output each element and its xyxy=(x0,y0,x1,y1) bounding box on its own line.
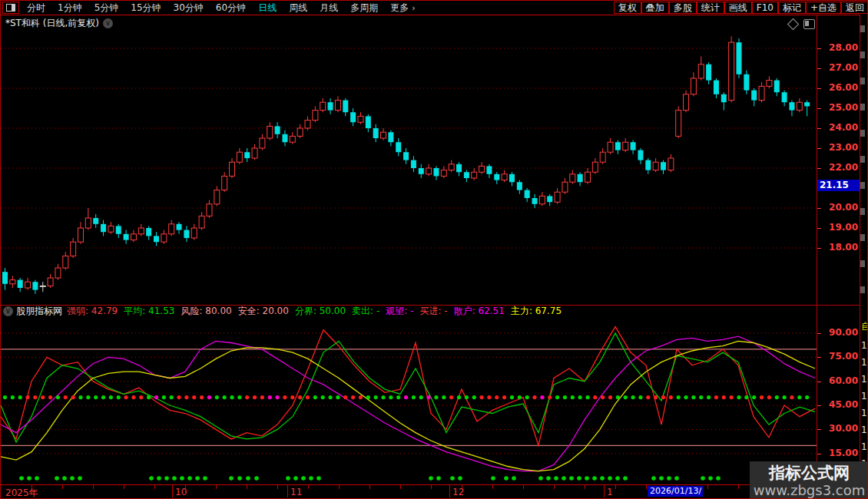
month-boundary xyxy=(604,485,605,497)
cropped-glyph xyxy=(860,234,865,241)
price-tick-label: 20.00 xyxy=(829,202,858,213)
price-tick-label: 19.00 xyxy=(829,222,858,233)
tab-1分钟[interactable]: 1分钟 xyxy=(51,2,88,15)
stat-分界: 分界: 50.00 xyxy=(295,306,346,316)
cropped-digit: 1 xyxy=(861,357,867,368)
tab-15分钟[interactable]: 15分钟 xyxy=(124,2,167,15)
collapse-icon[interactable]: ∨ xyxy=(3,306,13,316)
time-label: 2025年 xyxy=(5,487,38,499)
stat-买进: 买进: - xyxy=(419,306,447,316)
time-tick xyxy=(615,485,616,489)
selected-date-badge: 2026/01/13/二 xyxy=(648,486,703,497)
time-tick xyxy=(247,485,247,489)
time-tick xyxy=(62,485,63,489)
indicator-tick-label: 45.00 xyxy=(829,399,858,410)
time-tick xyxy=(154,485,155,489)
timeframe-tabs: 分时1分钟5分钟15分钟30分钟60分钟日线周线月线多周期更多› xyxy=(21,1,416,15)
cropped-glyph xyxy=(860,182,865,189)
chevron-down-icon[interactable]: ∨ xyxy=(103,18,113,28)
time-label: 10 xyxy=(175,487,187,497)
top-toolbar: 分时1分钟5分钟15分钟30分钟60分钟日线周线月线多周期更多› 复权叠加多股统… xyxy=(1,1,868,15)
page-title: *ST和科 (日线,前复权) xyxy=(5,17,99,30)
current-price-badge: 21.15 xyxy=(817,180,862,191)
indicator-tick xyxy=(817,333,821,334)
time-tick xyxy=(523,485,524,489)
month-boundary xyxy=(172,485,173,497)
indicator-tick-label: 60.00 xyxy=(829,375,858,386)
indicator-tick xyxy=(817,429,821,430)
indicator-tick xyxy=(817,357,821,358)
tab-5分钟[interactable]: 5分钟 xyxy=(88,2,125,15)
button-标记[interactable]: 标记 xyxy=(778,2,806,14)
price-tick-label: 18.00 xyxy=(829,242,858,253)
cropped-glyph xyxy=(860,25,865,32)
indicator-chart[interactable] xyxy=(1,317,817,484)
indicator-tick-label: 75.00 xyxy=(829,351,858,362)
cropped-glyph xyxy=(860,286,865,293)
price-tick-label: 23.00 xyxy=(829,142,858,153)
indicator-source: 股朋指标网 xyxy=(16,306,62,317)
time-tick xyxy=(431,485,432,489)
stat-卖出: 卖出: - xyxy=(352,306,379,316)
chart-title-bar: *ST和科 (日线,前复权) ∨ xyxy=(5,17,113,29)
time-tick xyxy=(124,485,124,489)
price-tick xyxy=(817,128,821,129)
price-tick xyxy=(817,48,821,49)
button-多股[interactable]: 多股 xyxy=(669,2,697,14)
button-叠加[interactable]: 叠加 xyxy=(641,2,669,14)
tab-30分钟[interactable]: 30分钟 xyxy=(167,2,210,15)
price-tick xyxy=(817,108,821,109)
tab-周线[interactable]: 周线 xyxy=(283,2,313,15)
tab-月线[interactable]: 月线 xyxy=(313,2,344,15)
indicator-tick-label: 90.00 xyxy=(829,327,858,338)
time-axis: 2025年10111212026/01/13/二 xyxy=(1,484,868,499)
price-tick xyxy=(817,228,821,229)
cropped-char: 自 xyxy=(861,320,868,333)
time-tick xyxy=(216,485,217,489)
cropped-glyph xyxy=(860,130,865,137)
price-tick xyxy=(817,248,821,249)
time-tick xyxy=(277,485,278,489)
price-tick-label: 22.00 xyxy=(829,162,858,173)
time-tick xyxy=(707,485,708,489)
price-axis: 28.0027.0026.0025.0024.0023.0022.0021.00… xyxy=(817,30,860,305)
price-tick-label: 26.00 xyxy=(829,82,858,93)
cropped-digit: 1 xyxy=(861,340,867,351)
price-tick xyxy=(817,148,821,149)
button-复权[interactable]: 复权 xyxy=(614,2,641,14)
diamond-icon[interactable] xyxy=(787,18,800,31)
time-tick xyxy=(585,485,585,489)
button-统计[interactable]: 统计 xyxy=(697,2,724,14)
month-boundary xyxy=(449,485,450,497)
cropped-digit: 1 xyxy=(861,391,867,402)
tab-日线[interactable]: 日线 xyxy=(252,2,283,15)
panel-toggle-icon[interactable] xyxy=(803,19,815,29)
time-tick xyxy=(554,485,555,489)
price-tick-label: 24.00 xyxy=(829,122,858,133)
watermark-url: www.zbgs3.com xyxy=(754,482,866,498)
stat-平均: 平均: 41.53 xyxy=(124,306,174,316)
candlestick-chart[interactable] xyxy=(1,30,817,305)
tab-更多[interactable]: 更多 xyxy=(384,2,415,15)
button-返回[interactable]: 返回 xyxy=(841,2,868,14)
button-画线[interactable]: 画线 xyxy=(724,2,752,14)
stat-风险: 风险: 80.00 xyxy=(181,306,231,316)
cropped-glyph xyxy=(860,260,865,267)
button-+自选[interactable]: +自选 xyxy=(806,2,841,14)
cropped-digit: 1 xyxy=(861,374,867,385)
tab-多周期[interactable]: 多周期 xyxy=(344,2,384,15)
price-tick xyxy=(817,68,821,69)
watermark-site-name: 指标公式网 xyxy=(769,464,850,482)
button-F10[interactable]: F10 xyxy=(752,2,778,14)
time-tick xyxy=(308,485,309,489)
layout-icon[interactable] xyxy=(2,2,19,14)
time-label: 11 xyxy=(290,487,302,497)
tab-分时[interactable]: 分时 xyxy=(21,2,51,15)
indicator-tick xyxy=(817,405,821,406)
price-tick-label: 28.00 xyxy=(829,42,858,53)
cropped-glyph xyxy=(860,104,865,111)
tab-60分钟[interactable]: 60分钟 xyxy=(210,2,252,15)
time-tick xyxy=(738,485,739,489)
more-chevron-icon: › xyxy=(412,3,415,13)
price-tick xyxy=(817,168,821,169)
